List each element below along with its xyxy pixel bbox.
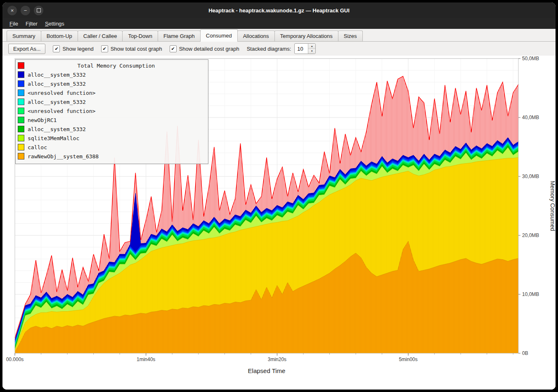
check-icon: ✔	[103, 47, 106, 51]
legend-label: newObjRC1	[28, 117, 57, 123]
close-button[interactable]: ×	[7, 6, 17, 15]
legend-swatch	[18, 89, 24, 96]
legend-item: <unresolved function>	[18, 106, 205, 115]
legend-label: rawNewObj__system_6388	[28, 153, 99, 160]
svg-text:10,0MB: 10,0MB	[522, 291, 539, 297]
tab-allocations[interactable]: Allocations	[237, 31, 275, 41]
titlebar: × − Heaptrack - heaptrack.wakunode.1.gz …	[2, 2, 556, 18]
tab-sizes[interactable]: Sizes	[338, 31, 363, 41]
export-as-button[interactable]: Export As...	[8, 44, 45, 54]
checkbox-label: Show detailed cost graph	[179, 46, 239, 52]
tab-flame-graph[interactable]: Flame Graph	[158, 31, 201, 41]
legend-title-row: Total Memory Consumption	[18, 61, 205, 70]
stacked-diagrams-spinner[interactable]: 10 ▲ ▼	[294, 43, 316, 54]
tab-consumed[interactable]: Consumed	[200, 29, 238, 42]
svg-text:40,0MB: 40,0MB	[522, 115, 539, 120]
checkbox-label: Show legend	[62, 46, 93, 52]
tab-caller-callee[interactable]: Caller / Callee	[78, 31, 123, 41]
window-title: Heaptrack - heaptrack.wakunode.1.gz — He…	[208, 7, 350, 14]
legend-item: <unresolved function>	[18, 88, 205, 97]
x-axis-title: Elapsed Time	[248, 367, 286, 374]
svg-text:5min00s: 5min00s	[399, 357, 417, 362]
show-total-cost-graph-checkbox[interactable]: ✔ Show total cost graph	[101, 45, 162, 52]
legend-label: sqlite3MemMalloc	[28, 135, 79, 141]
spinner-up-button[interactable]: ▲	[308, 44, 315, 49]
close-icon: ×	[11, 8, 14, 13]
legend-swatch	[18, 99, 24, 105]
chart-legend: Total Memory Consumption alloc__system_5…	[15, 59, 208, 164]
chevron-down-icon: ▼	[311, 50, 313, 52]
checkbox-label: Show total cost graph	[111, 46, 162, 52]
svg-text:0B: 0B	[522, 350, 528, 356]
legend-item: newObjRC1	[18, 115, 205, 124]
window-controls: × −	[7, 2, 43, 18]
svg-text:30,0MB: 30,0MB	[522, 174, 539, 179]
legend-label: <unresolved function>	[28, 90, 95, 96]
legend-item: alloc__system_5332	[18, 124, 205, 134]
legend-label: alloc__system_5332	[28, 72, 86, 78]
svg-text:00.000s: 00.000s	[6, 357, 24, 362]
legend-swatch	[18, 62, 24, 69]
maximize-icon	[37, 8, 41, 12]
y-axis-title: Memory Consumed	[549, 181, 556, 231]
tab-summary[interactable]: Summary	[7, 31, 41, 41]
menubar: File Filter Settings	[2, 18, 556, 29]
chart-pane: 00.000s1min40s3min20s5min00sElapsed Time…	[2, 56, 556, 390]
stacked-diagrams-label: Stacked diagrams:	[247, 46, 291, 52]
check-icon: ✔	[54, 47, 58, 51]
menu-file[interactable]: File	[6, 18, 22, 29]
legend-label: alloc__system_5332	[28, 126, 86, 132]
minimize-button[interactable]: −	[21, 6, 30, 15]
legend-swatch	[18, 108, 24, 114]
show-detailed-cost-graph-checkbox[interactable]: ✔ Show detailed cost graph	[170, 45, 239, 52]
minimize-icon: −	[24, 8, 27, 13]
tab-temporary-allocations[interactable]: Temporary Allocations	[274, 31, 338, 41]
spinner-down-button[interactable]: ▼	[308, 49, 315, 54]
legend-swatch	[18, 117, 24, 123]
legend-item: alloc__system_5332	[18, 79, 205, 88]
tab-bottom-up[interactable]: Bottom-Up	[41, 31, 78, 41]
legend-label: calloc	[28, 144, 47, 150]
toolbar: Export As... ✔ Show legend ✔ Show total …	[2, 42, 556, 56]
legend-item: sqlite3MemMalloc	[18, 134, 205, 143]
spinner-value[interactable]: 10	[295, 44, 308, 54]
legend-swatch	[18, 144, 24, 150]
svg-text:20,0MB: 20,0MB	[522, 232, 539, 238]
legend-label: alloc__system_5332	[28, 99, 86, 105]
check-icon: ✔	[171, 47, 175, 51]
checkbox-box: ✔	[53, 45, 60, 52]
svg-text:50,0MB: 50,0MB	[522, 56, 539, 61]
legend-swatch	[18, 153, 24, 160]
chevron-up-icon: ▲	[311, 45, 313, 47]
legend-item: calloc	[18, 143, 205, 152]
heaptrack-window: × − Heaptrack - heaptrack.wakunode.1.gz …	[2, 2, 556, 390]
legend-swatch	[18, 71, 24, 78]
svg-text:1min40s: 1min40s	[137, 357, 155, 362]
legend-swatch	[18, 135, 24, 141]
legend-label: alloc__system_5332	[28, 81, 86, 87]
legend-item: alloc__system_5332	[18, 70, 205, 79]
menu-filter[interactable]: Filter	[22, 18, 41, 29]
legend-title: Total Memory Consumption	[28, 63, 205, 69]
tabbar: Summary Bottom-Up Caller / Callee Top-Do…	[2, 29, 556, 42]
legend-item: rawNewObj__system_6388	[18, 152, 205, 161]
checkbox-box: ✔	[170, 45, 177, 52]
svg-text:3min20s: 3min20s	[268, 357, 286, 362]
menu-settings[interactable]: Settings	[41, 18, 68, 29]
checkbox-box: ✔	[101, 45, 108, 52]
tab-top-down[interactable]: Top-Down	[122, 31, 158, 41]
legend-swatch	[18, 80, 24, 87]
maximize-button[interactable]	[34, 6, 43, 15]
legend-item: alloc__system_5332	[18, 97, 205, 106]
legend-label: <unresolved function>	[28, 108, 95, 114]
show-legend-checkbox[interactable]: ✔ Show legend	[53, 45, 93, 52]
legend-swatch	[18, 126, 24, 132]
